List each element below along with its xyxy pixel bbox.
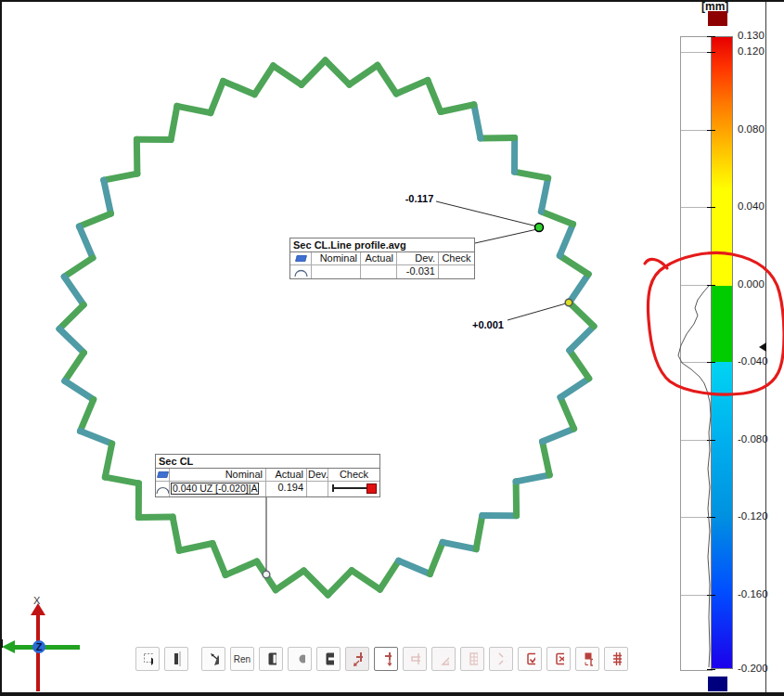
solid-view-button[interactable] bbox=[259, 647, 283, 671]
gear-profile-segment bbox=[59, 329, 84, 353]
cancel-box-button[interactable] bbox=[546, 647, 571, 671]
gear-profile-segment bbox=[380, 561, 399, 589]
result-table-line-profile-avg[interactable]: Sec CL.Line profile.avg Nominal Actual D… bbox=[289, 238, 475, 279]
confirm-box-button[interactable] bbox=[518, 647, 542, 671]
gear-profile-segment bbox=[474, 105, 481, 138]
align-horizontal-button[interactable] bbox=[403, 647, 427, 671]
split-view-icon bbox=[171, 650, 182, 668]
scale-tick-mark bbox=[707, 52, 715, 53]
min-deviation-callout[interactable]: -0.117 bbox=[402, 190, 437, 207]
cad-view-window: [mm] 0.1300.1200.0800.0400.000-0.040-0.0… bbox=[0, 0, 784, 696]
profile-arc-icon bbox=[156, 482, 170, 496]
gear-profile-segment bbox=[224, 81, 255, 94]
section-view-button[interactable] bbox=[316, 647, 341, 671]
scale-tick-label: 0.130 bbox=[738, 30, 778, 41]
scale-tick-mark bbox=[707, 207, 715, 208]
swap-elements-icon bbox=[582, 650, 593, 668]
scale-tick-mark bbox=[707, 517, 715, 518]
solid-view-icon bbox=[265, 650, 276, 668]
scale-tick-mark bbox=[707, 36, 715, 37]
scale-tick-label: -0.040 bbox=[738, 355, 778, 367]
gear-profile-segment bbox=[79, 226, 93, 258]
col-header-dev: Dev. bbox=[397, 252, 439, 265]
col-header-check: Check bbox=[439, 252, 474, 265]
gear-profile-segment bbox=[350, 65, 378, 84]
gear-profile-segment bbox=[559, 225, 572, 256]
scale-tick-label: 0.000 bbox=[738, 278, 778, 290]
scale-tick-label: -0.200 bbox=[738, 663, 778, 674]
gear-profile-segment bbox=[104, 174, 137, 180]
gear-profile-segment bbox=[80, 431, 111, 444]
render-button[interactable]: Ren bbox=[230, 647, 254, 671]
gear-profile-segment bbox=[516, 475, 549, 482]
out-of-tolerance-marker-icon bbox=[366, 483, 377, 494]
gear-profile-segment bbox=[173, 517, 179, 550]
expand-fit-button[interactable] bbox=[489, 647, 513, 671]
leader-line bbox=[508, 303, 566, 320]
col-header-nominal: Nominal bbox=[312, 252, 361, 265]
add-point-icon bbox=[352, 650, 363, 668]
avg-deviation-marker-icon bbox=[759, 342, 766, 352]
deviation-colorbar[interactable] bbox=[711, 36, 733, 669]
split-view-button[interactable] bbox=[164, 647, 188, 671]
table-title: Sec CL bbox=[156, 455, 379, 469]
point-display-button[interactable] bbox=[288, 647, 312, 671]
gear-profile-segment bbox=[303, 571, 328, 595]
gear-profile-segment bbox=[514, 172, 547, 178]
scale-overflow-swatch bbox=[708, 11, 727, 26]
gear-profile-segment bbox=[225, 561, 257, 575]
view-toolbar: Ren bbox=[135, 647, 628, 671]
probe-view-icon bbox=[208, 650, 219, 668]
add-point-button[interactable] bbox=[345, 647, 369, 671]
hatch-grid-button[interactable] bbox=[604, 647, 628, 671]
gear-profile-segment bbox=[543, 442, 550, 475]
drop-point-button[interactable] bbox=[374, 647, 398, 671]
measure-point-marker bbox=[535, 224, 544, 232]
cell-nominal bbox=[312, 265, 361, 278]
result-table-sec-cl[interactable]: Sec CL Nominal Actual Dev. Check 0.040 U… bbox=[155, 454, 380, 497]
gear-profile-segment bbox=[559, 255, 588, 274]
gear-profile-segment bbox=[399, 561, 431, 574]
gear-profile-segment bbox=[105, 477, 138, 483]
gear-profile-segment bbox=[570, 274, 589, 303]
scale-tick-label: 0.040 bbox=[738, 200, 778, 212]
grid-fit-icon bbox=[467, 650, 478, 668]
gear-profile-segment bbox=[570, 327, 594, 351]
grid-fit-button[interactable] bbox=[460, 647, 484, 671]
max-deviation-callout[interactable]: +0.001 bbox=[467, 316, 509, 332]
gear-profile-segment bbox=[326, 60, 350, 84]
gear-profile-segment bbox=[64, 277, 84, 304]
col-header-dev: Dev. bbox=[307, 469, 328, 482]
probe-view-button[interactable] bbox=[201, 647, 225, 671]
x-axis-label: X bbox=[33, 595, 40, 606]
render-button-label: Ren bbox=[234, 654, 251, 664]
section-view-icon bbox=[323, 650, 334, 668]
gear-profile-segment bbox=[254, 66, 273, 95]
gear-profile-segment bbox=[441, 105, 474, 112]
window-border-bottom bbox=[0, 692, 784, 696]
window-border-left bbox=[0, 0, 2, 696]
gear-profile-segment bbox=[65, 353, 84, 381]
confirm-box-icon bbox=[524, 650, 535, 668]
gear-profile-segment bbox=[302, 60, 326, 84]
gear-profile-segment bbox=[328, 571, 352, 595]
gear-profile-segment bbox=[560, 379, 589, 397]
gear-profile-segment bbox=[64, 258, 93, 277]
gear-profile-segment bbox=[211, 81, 224, 112]
gear-profile-segment bbox=[560, 397, 574, 429]
table-title: Sec CL.Line profile.avg bbox=[290, 238, 474, 252]
cell-actual bbox=[361, 265, 397, 278]
angle-measure-button[interactable] bbox=[431, 647, 456, 671]
cell-check bbox=[328, 482, 379, 496]
gear-profile-segment bbox=[105, 444, 111, 477]
gear-profile-segment bbox=[541, 178, 547, 212]
scale-tick-label: 0.080 bbox=[738, 123, 778, 135]
select-marquee-button[interactable] bbox=[135, 647, 160, 671]
view-canvas[interactable] bbox=[0, 0, 784, 696]
gear-profile-segment bbox=[443, 542, 476, 548]
scale-tick-mark bbox=[707, 440, 715, 441]
angle-measure-icon bbox=[438, 650, 449, 668]
scale-tick-mark bbox=[707, 669, 715, 670]
swap-elements-button[interactable] bbox=[575, 647, 599, 671]
gear-profile-segment bbox=[481, 137, 515, 138]
